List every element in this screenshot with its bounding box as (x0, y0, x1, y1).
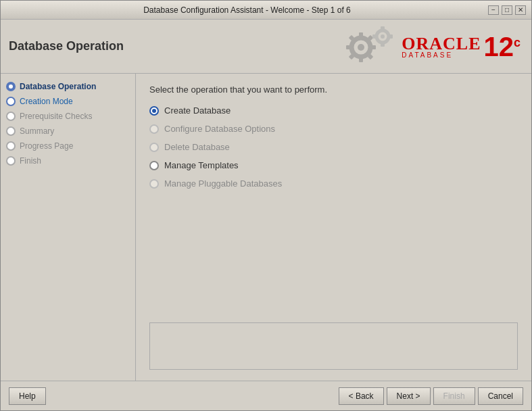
svg-rect-12 (381, 26, 385, 30)
radio-label-create-database: Create Database (164, 105, 231, 116)
sidebar-item-summary: Summary (1, 124, 135, 139)
instruction-text: Select the operation that you want to pe… (149, 84, 518, 95)
svg-point-11 (381, 34, 385, 39)
radio-item-manage-templates[interactable]: Manage Templates (149, 160, 518, 170)
nav-label-prerequisite-checks: Prerequisite Checks (20, 112, 92, 121)
nav-circle-prerequisite-checks (6, 112, 16, 121)
sidebar: Database Operation Creation Mode Prerequ… (1, 74, 136, 381)
svg-rect-5 (370, 45, 376, 49)
radio-label-delete-database: Delete Database (164, 142, 230, 152)
radio-label-manage-pluggable: Manage Pluggable Databases (164, 178, 282, 189)
close-button[interactable]: ✕ (515, 5, 526, 15)
svg-rect-15 (389, 34, 393, 39)
main-window: Database Configuration Assistant - Welco… (0, 0, 532, 411)
nav-label-creation-mode: Creation Mode (20, 97, 73, 106)
nav-label-database-operation: Database Operation (20, 82, 96, 91)
radio-item-delete-database: Delete Database (149, 142, 518, 152)
svg-rect-2 (359, 32, 363, 38)
radio-manage-pluggable (149, 179, 159, 189)
svg-rect-13 (381, 43, 385, 47)
page-header-title: Database Operation (9, 39, 124, 53)
nav-circle-finish (6, 156, 16, 166)
radio-delete-database (149, 143, 159, 152)
nav-label-progress-page: Progress Page (20, 141, 73, 151)
nav-label-finish: Finish (20, 156, 41, 166)
svg-rect-3 (359, 57, 363, 62)
radio-manage-templates[interactable] (149, 161, 159, 170)
nav-circle-creation-mode (6, 97, 16, 106)
content-pane: Select the operation that you want to pe… (136, 74, 531, 381)
header-area: Database Operation (1, 20, 531, 74)
finish-button[interactable]: Finish (433, 387, 475, 405)
info-area (149, 322, 518, 370)
oracle-branding: ORACLE DATABASE 12c (338, 24, 521, 68)
radio-item-manage-pluggable: Manage Pluggable Databases (149, 178, 518, 189)
svg-point-1 (358, 44, 364, 51)
main-area: Database Operation Creation Mode Prerequ… (1, 74, 531, 381)
oracle-logo-text: ORACLE DATABASE (402, 34, 481, 59)
minimize-button[interactable]: − (488, 5, 499, 15)
button-bar: Help < Back Next > Finish Cancel (1, 381, 531, 410)
radio-create-database[interactable] (149, 106, 159, 116)
back-button[interactable]: < Back (339, 387, 384, 405)
nav-circle-progress-page (6, 141, 16, 151)
nav-circle-summary (6, 126, 16, 136)
nav-buttons: < Back Next > Finish Cancel (339, 387, 523, 405)
svg-rect-14 (372, 34, 377, 39)
window-controls: − □ ✕ (488, 5, 526, 15)
next-button[interactable]: Next > (387, 387, 431, 405)
title-bar: Database Configuration Assistant - Welco… (1, 1, 531, 20)
help-button[interactable]: Help (9, 387, 46, 405)
nav-label-summary: Summary (20, 126, 54, 136)
svg-rect-4 (346, 45, 352, 49)
sidebar-item-progress-page: Progress Page (1, 139, 135, 153)
cancel-button[interactable]: Cancel (478, 387, 523, 405)
sidebar-item-creation-mode[interactable]: Creation Mode (1, 94, 135, 109)
window-title: Database Configuration Assistant - Welco… (6, 5, 488, 15)
radio-label-configure-options: Configure Database Options (164, 124, 275, 134)
radio-item-create-database[interactable]: Create Database (149, 105, 518, 116)
radio-label-manage-templates: Manage Templates (164, 160, 239, 170)
radio-item-configure-options: Configure Database Options (149, 124, 518, 134)
operation-radio-group: Create Database Configure Database Optio… (149, 105, 518, 189)
radio-configure-options (149, 124, 159, 134)
sidebar-item-prerequisite-checks: Prerequisite Checks (1, 109, 135, 124)
nav-circle-database-operation (6, 82, 16, 91)
sidebar-item-finish: Finish (1, 153, 135, 168)
sidebar-item-database-operation[interactable]: Database Operation (1, 79, 135, 94)
oracle-brand-sub: DATABASE (402, 51, 453, 59)
gears-icon (338, 24, 399, 68)
maximize-button[interactable]: □ (502, 5, 512, 15)
oracle-version: 12c (483, 33, 521, 60)
